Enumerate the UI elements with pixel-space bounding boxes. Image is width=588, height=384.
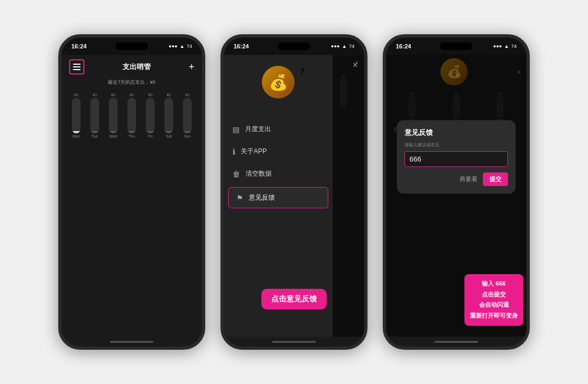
chart-bar-tue (90, 98, 99, 133)
chart-day-fri: Fri (148, 134, 152, 138)
phone2-app: 支出哨管 × ¥0 Mon ¥0 Tue ¥0 Wed (224, 55, 364, 337)
phone-2: 16:24 ●●● ▲ 74 支出哨管 × ¥0 Mon ¥0 (220, 34, 367, 350)
dynamic-island-3 (440, 42, 473, 50)
chart-bar-wed (109, 98, 118, 133)
home-indicator-3 (386, 337, 526, 346)
drawer-label-about: 关于APP (241, 147, 267, 156)
status-time-1: 16:24 (71, 43, 87, 49)
chart-bar-mon (72, 98, 81, 133)
chart-col-wed: ¥0 Wed (109, 93, 118, 138)
drawer-item-about[interactable]: ℹ 关于APP (224, 140, 333, 163)
status-bar-2: 16:24 ●●● ▲ 74 (224, 38, 364, 55)
status-bar-1: 16:24 ●●● ▲ 74 (62, 38, 202, 55)
chart-val-sat: ¥0 (167, 93, 171, 97)
drawer-item-feedback[interactable]: ⚑ 意见反馈 (228, 187, 328, 208)
chart-col-thu: ¥0 Thu (127, 93, 136, 138)
phone1-header: 支出哨管 + (62, 55, 202, 79)
arrow-decoration: ↗ (296, 65, 308, 77)
chart-val-tue: ¥0 (93, 93, 97, 97)
phone1-app: 支出哨管 + 最近7天的总支出：¥0 ¥0 Mon ¥0 Tue ¥0 (62, 55, 202, 337)
caption-line-1: 输入 666 (482, 280, 505, 287)
chart-val-mon: ¥0 (74, 93, 78, 97)
home-bar-1 (110, 341, 154, 343)
status-icons-2: ●●● ▲ 74 (331, 44, 354, 49)
chart-val-fri: ¥0 (148, 93, 152, 97)
chart-val-sun: ¥0 (185, 93, 189, 97)
dialog-actions: 再要看 提交 (405, 172, 508, 186)
chart-day-thu: Thu (128, 134, 135, 138)
phone-3: 16:24 ●●● ▲ 74 💰 × ¥0 Mon ¥0 (383, 34, 530, 350)
chart-col-sat: ¥0 Sat (164, 93, 173, 138)
caption-line-2: 点击提交 (482, 291, 506, 298)
status-time-2: 16:24 (234, 43, 249, 49)
chart-col-mon: ¥0 Mon (72, 93, 81, 138)
instruction-banner-3: 输入 666 点击提交 会自动闪退 重新打开即可变身 (464, 274, 523, 326)
chart-day-sun: Sun (184, 134, 191, 138)
instruction-banner-2: 点击意见反馈 (261, 289, 327, 309)
drawer-label-monthly: 月度支出 (245, 125, 271, 134)
status-time-3: 16:24 (396, 43, 411, 49)
chart-bar-thu (127, 98, 136, 133)
signal-icon-3: ●●● (493, 44, 502, 49)
menu-button[interactable] (69, 59, 84, 75)
wifi-icon-3: ▲ (504, 44, 509, 49)
caption-line-3: 会自动闪退 (479, 301, 509, 308)
chart-day-wed: Wed (109, 134, 117, 138)
chart-bar-sat (164, 98, 173, 133)
monthly-icon: ▤ (232, 125, 240, 134)
drawer-label-clear: 清空数据 (246, 169, 272, 178)
avatar-emoji: 💰 (269, 73, 288, 91)
weekly-chart: ¥0 Mon ¥0 Tue ¥0 Wed ¥0 (62, 89, 202, 138)
about-icon: ℹ (232, 147, 235, 156)
chart-col-fri: ¥0 Fri (146, 93, 155, 138)
battery-icon-2: 74 (349, 44, 354, 49)
feedback-icon: ⚑ (236, 194, 243, 202)
home-indicator-1 (62, 337, 202, 346)
chart-day-mon: Mon (72, 134, 80, 138)
menu-line-2 (73, 66, 81, 67)
caption-line-4: 重新打开即可变身 (470, 312, 518, 319)
menu-line-1 (73, 64, 81, 65)
chart-day-sat: Sat (166, 134, 172, 138)
home-indicator-2 (224, 337, 364, 346)
home-bar-2 (272, 341, 316, 343)
dialog-title: 意见反馈 (405, 128, 508, 138)
wifi-icon: ▲ (180, 44, 185, 49)
chart-col-sun: ¥0 Sun (183, 93, 192, 138)
spending-total: 最近7天的总支出：¥0 (62, 79, 202, 86)
phone-1: 16:24 ●●● ▲ 74 支出哨管 + 最近7天的总支出：¥0 ¥0 (58, 34, 205, 350)
chart-day-tue: Tue (91, 134, 98, 138)
home-bar-3 (434, 341, 478, 343)
chart-val-wed: ¥0 (111, 93, 115, 97)
dialog-subtitle: 请输入建议或意见 (405, 142, 508, 148)
app-title: 支出哨管 (122, 62, 151, 72)
feedback-input[interactable]: 666 (405, 151, 508, 167)
submit-button[interactable]: 提交 (483, 172, 508, 186)
status-bar-3: 16:24 ●●● ▲ 74 (386, 38, 526, 55)
status-icons-1: ●●● ▲ 74 (169, 44, 192, 49)
chart-bar-fri (146, 98, 155, 133)
chart-col-tue: ¥0 Tue (90, 93, 99, 138)
drawer-avatar: 💰 (262, 66, 295, 98)
drawer-item-monthly[interactable]: ▤ 月度支出 (224, 118, 333, 140)
dynamic-island-1 (115, 42, 148, 50)
signal-icon: ●●● (169, 44, 177, 49)
wifi-icon-2: ▲ (342, 44, 347, 49)
clear-icon: 🗑 (232, 170, 240, 178)
dynamic-island-2 (278, 42, 310, 50)
phone3-app: 💰 × ¥0 Mon ¥0 Tue ¥0 Wed (386, 55, 526, 337)
battery-icon: 74 (187, 44, 192, 49)
cancel-button-3[interactable]: 再要看 (460, 175, 477, 183)
feedback-dialog: 意见反馈 请输入建议或意见 666 再要看 提交 (397, 120, 516, 194)
status-icons-3: ●●● ▲ 74 (493, 44, 517, 49)
add-button[interactable]: + (188, 61, 194, 73)
chart-bar-sun (183, 98, 192, 133)
signal-icon-2: ●●● (331, 44, 340, 49)
battery-icon-3: 74 (511, 44, 517, 49)
close-button-2[interactable]: × (353, 60, 358, 70)
drawer-item-clear[interactable]: 🗑 清空数据 (224, 163, 333, 185)
chart-val-thu: ¥0 (130, 93, 134, 97)
drawer-label-feedback: 意见反馈 (249, 193, 275, 202)
drawer-avatar-area: 💰 ↗ (224, 66, 333, 107)
menu-line-3 (73, 69, 81, 70)
